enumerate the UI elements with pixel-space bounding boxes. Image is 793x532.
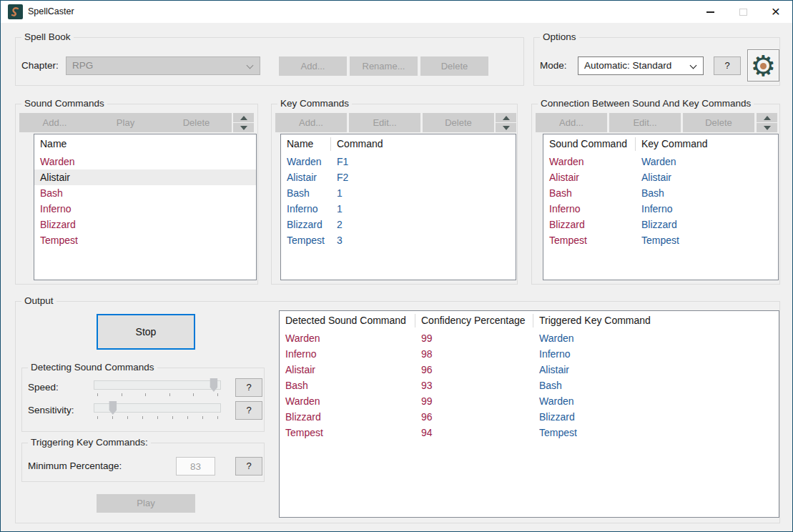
table-row[interactable]: BashBash: [543, 185, 778, 201]
slider-track[interactable]: [94, 380, 221, 390]
move-up-button[interactable]: [757, 113, 777, 122]
table-row[interactable]: Blizzard2: [281, 217, 516, 232]
key-delete-button[interactable]: Delete: [423, 113, 494, 132]
settings-button[interactable]: ⚙: [747, 49, 779, 82]
table-row[interactable]: WardenF1: [281, 154, 516, 169]
table-cell: Inferno: [280, 348, 415, 360]
table-row[interactable]: Warden99Warden: [280, 330, 779, 346]
move-down-button[interactable]: [233, 123, 254, 132]
key-add-button[interactable]: Add...: [275, 113, 347, 132]
table-row[interactable]: Inferno98Inferno: [280, 346, 779, 362]
table-cell: Alistair: [281, 172, 331, 183]
list-header: Name Command: [281, 134, 516, 154]
column-header: Name: [34, 137, 67, 151]
output-play-button[interactable]: Play: [97, 494, 195, 513]
chapter-rename-button[interactable]: Rename...: [350, 56, 418, 76]
table-cell: F1: [331, 156, 348, 167]
minimize-button[interactable]: [694, 1, 726, 23]
table-cell: Inferno: [543, 203, 636, 215]
table-cell: Warden: [533, 395, 574, 407]
move-up-button[interactable]: [496, 113, 516, 122]
slider-thumb[interactable]: [109, 401, 117, 415]
move-down-button[interactable]: [496, 123, 516, 132]
table-row[interactable]: BlizzardBlizzard: [543, 217, 778, 232]
table-cell: Inferno: [34, 203, 72, 215]
output-results-list[interactable]: Detected Sound Command Confidency Percen…: [279, 310, 779, 518]
minimum-percentage-field[interactable]: [176, 457, 215, 476]
sound-command-list[interactable]: Name WardenAlistairBashInfernoBlizzardTe…: [34, 134, 257, 280]
table-row[interactable]: TempestTempest: [543, 232, 778, 248]
mode-help-button[interactable]: ?: [714, 56, 741, 75]
chapter-select[interactable]: RPG: [66, 56, 260, 75]
slider-ticks: [97, 393, 217, 397]
connection-list[interactable]: Sound Command Key Command WardenWardenAl…: [543, 134, 779, 280]
table-row[interactable]: Alistair: [34, 169, 256, 185]
connection-edit-button[interactable]: Edit...: [609, 113, 681, 132]
table-cell: Blizzard: [636, 219, 677, 230]
speed-label: Speed:: [28, 378, 59, 397]
table-cell: Alistair: [280, 364, 415, 375]
table-cell: Inferno: [533, 348, 571, 360]
sound-add-button[interactable]: Add...: [19, 113, 90, 132]
table-row[interactable]: Tempest94Tempest: [280, 425, 779, 440]
table-row[interactable]: Bash93Bash: [280, 378, 779, 393]
table-row[interactable]: Warden99Warden: [280, 393, 779, 409]
sensitivity-slider[interactable]: [94, 401, 221, 420]
table-row[interactable]: Tempest: [34, 232, 256, 248]
table-cell: Alistair: [543, 172, 636, 183]
table-row[interactable]: Inferno1: [281, 201, 516, 217]
table-row[interactable]: InfernoInferno: [543, 201, 778, 217]
key-edit-button[interactable]: Edit...: [349, 113, 420, 132]
table-row[interactable]: Bash: [34, 185, 256, 201]
minimum-percentage-help-button[interactable]: ?: [235, 457, 262, 476]
table-cell: 93: [415, 380, 533, 391]
table-cell: 96: [415, 364, 533, 375]
output-group-label: Output: [21, 295, 56, 306]
table-row[interactable]: AlistairAlistair: [543, 169, 778, 185]
connection-add-button[interactable]: Add...: [536, 113, 607, 132]
chapter-add-button[interactable]: Add...: [279, 56, 347, 76]
table-row[interactable]: AlistairF2: [281, 169, 516, 185]
table-cell: 1: [331, 187, 343, 199]
sensitivity-help-button[interactable]: ?: [235, 401, 262, 420]
table-cell: 99: [415, 395, 533, 407]
table-row[interactable]: WardenWarden: [543, 154, 778, 169]
sound-delete-button[interactable]: Delete: [161, 113, 232, 132]
table-cell: 98: [415, 348, 533, 360]
table-cell: Tempest: [543, 235, 636, 246]
table-row[interactable]: Alistair96Alistair: [280, 362, 779, 378]
connection-delete-button[interactable]: Delete: [683, 113, 754, 132]
minimize-icon: [706, 11, 714, 13]
table-cell: Tempest: [533, 427, 577, 438]
table-row[interactable]: Blizzard96Blizzard: [280, 409, 779, 425]
move-up-button[interactable]: [233, 113, 254, 122]
table-row[interactable]: Bash1: [281, 185, 516, 201]
key-command-list[interactable]: Name Command WardenF1AlistairF2Bash1Infe…: [280, 134, 516, 280]
column-header: Command: [331, 137, 383, 151]
table-row[interactable]: Tempest3: [281, 232, 516, 248]
stop-button[interactable]: Stop: [97, 314, 195, 350]
chapter-delete-button[interactable]: Delete: [420, 56, 488, 76]
title-bar: SpellCaster ×: [1, 1, 792, 23]
chevron-down-icon: [247, 62, 254, 69]
move-down-button[interactable]: [757, 123, 777, 132]
arrow-up-icon: [240, 116, 247, 120]
close-button[interactable]: ×: [759, 1, 792, 23]
table-row[interactable]: Inferno: [34, 201, 256, 217]
key-commands-group-label: Key Commands: [277, 98, 352, 109]
sound-play-button[interactable]: Play: [90, 113, 161, 132]
table-row[interactable]: Blizzard: [34, 217, 256, 232]
chevron-down-icon: [690, 62, 697, 69]
speed-slider[interactable]: [94, 378, 221, 397]
sensitivity-label: Sensitivity:: [28, 401, 74, 420]
table-cell: 3: [331, 235, 343, 246]
mode-select[interactable]: Automatic: Standard: [578, 56, 704, 75]
slider-thumb[interactable]: [210, 378, 217, 392]
speed-help-button[interactable]: ?: [235, 378, 262, 397]
table-cell: Alistair: [533, 364, 569, 375]
app-icon[interactable]: [8, 4, 23, 19]
maximize-button[interactable]: [726, 1, 759, 23]
column-header: Name: [281, 137, 331, 151]
table-row[interactable]: Warden: [34, 154, 256, 169]
table-cell: 2: [331, 219, 343, 230]
